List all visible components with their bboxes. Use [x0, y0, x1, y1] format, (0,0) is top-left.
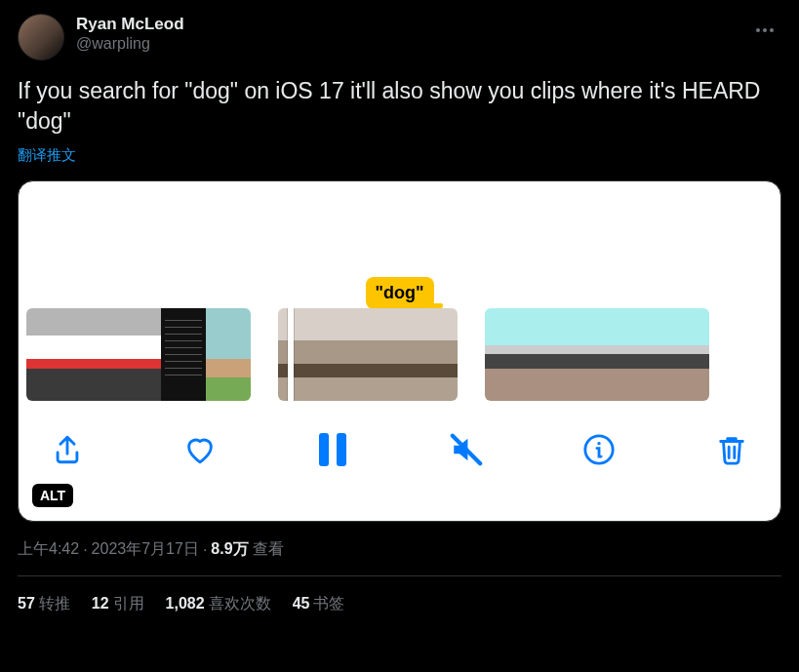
retweets-stat[interactable]: 57转推 [18, 594, 70, 614]
media-card[interactable]: "dog" [18, 180, 781, 522]
clip-thumbnail [71, 308, 116, 401]
views-count: 8.9万 [211, 539, 248, 560]
clip-thumbnail [26, 308, 71, 401]
trash-icon [715, 433, 748, 466]
heart-icon [183, 433, 217, 466]
info-button[interactable] [579, 430, 619, 469]
avatar[interactable] [18, 14, 64, 60]
translate-link[interactable]: 翻译推文 [18, 146, 76, 165]
clip-thumbnail [206, 308, 251, 401]
media-preview-area: "dog" [19, 181, 780, 308]
quotes-label: 引用 [113, 595, 144, 612]
svg-point-2 [597, 442, 600, 445]
clip-group[interactable] [26, 308, 251, 401]
tweet-header: Ryan McLeod @warpling [18, 14, 781, 60]
views-label: 查看 [253, 539, 284, 560]
clip-thumbnail [485, 308, 530, 401]
meta-sep: · [203, 541, 207, 559]
quotes-count: 12 [92, 595, 109, 612]
clip-group[interactable] [485, 308, 709, 401]
video-timeline[interactable] [19, 308, 780, 401]
author-handle: @warpling [76, 34, 184, 54]
tweet-container: Ryan McLeod @warpling If you search for … [0, 0, 799, 628]
tweet-stats: 57转推 12引用 1,082喜欢次数 45书签 [18, 576, 781, 628]
pause-icon [319, 433, 346, 466]
meta-sep: · [83, 541, 87, 559]
clip-group[interactable] [278, 308, 458, 401]
bookmarks-stat[interactable]: 45书签 [293, 594, 345, 614]
retweets-count: 57 [18, 595, 35, 612]
more-options-button[interactable] [748, 14, 781, 47]
pause-button[interactable] [313, 430, 352, 469]
retweets-label: 转推 [39, 595, 70, 612]
author-display-name: Ryan McLeod [76, 14, 184, 34]
author-identity[interactable]: Ryan McLeod @warpling [76, 14, 184, 54]
quotes-stat[interactable]: 12引用 [92, 594, 144, 614]
tweet-time: 上午4:42 [18, 539, 79, 560]
delete-button[interactable] [712, 430, 751, 469]
clip-thumbnail [368, 308, 413, 401]
media-toolbar [19, 401, 780, 498]
speaker-muted-icon [450, 433, 483, 466]
tweet-text: If you search for "dog" on iOS 17 it'll … [18, 76, 781, 137]
likes-label: 喜欢次数 [209, 595, 271, 612]
clip-thumbnail [116, 308, 161, 401]
clip-thumbnail [278, 308, 323, 401]
bookmarks-count: 45 [293, 595, 310, 612]
likes-count: 1,082 [166, 595, 205, 612]
tweet-meta[interactable]: 上午4:42 · 2023年7月17日 · 8.9万 查看 [18, 539, 781, 560]
share-button[interactable] [48, 430, 87, 469]
clip-thumbnail [530, 308, 575, 401]
clip-thumbnail [323, 308, 368, 401]
like-button[interactable] [180, 430, 220, 469]
tweet-date: 2023年7月17日 [92, 539, 199, 560]
likes-stat[interactable]: 1,082喜欢次数 [166, 594, 271, 614]
info-icon [582, 433, 616, 466]
mute-button[interactable] [447, 430, 486, 469]
bookmarks-label: 书签 [313, 595, 344, 612]
playhead[interactable] [288, 308, 294, 401]
search-term-pill: "dog" [365, 277, 433, 309]
clip-thumbnail [413, 308, 458, 401]
alt-badge[interactable]: ALT [32, 484, 73, 507]
clip-thumbnail [664, 308, 709, 401]
clip-thumbnail [575, 308, 619, 401]
share-icon [51, 433, 84, 466]
ellipsis-icon [756, 28, 774, 32]
clip-thumbnail [619, 308, 664, 401]
clip-thumbnail [161, 308, 206, 401]
